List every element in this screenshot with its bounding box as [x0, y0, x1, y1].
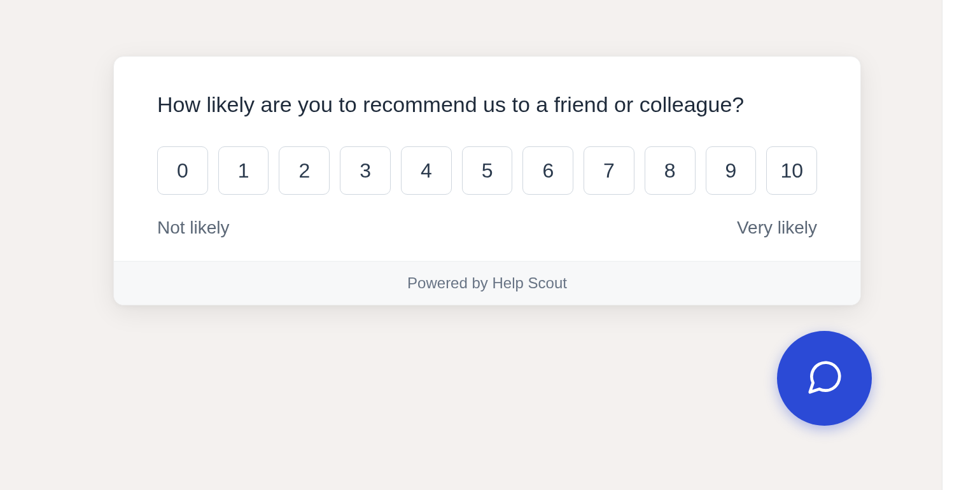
chat-bubble-icon — [805, 358, 844, 400]
survey-question: How likely are you to recommend us to a … — [157, 92, 817, 117]
chat-launcher-button[interactable] — [777, 331, 872, 426]
rating-2-button[interactable]: 2 — [279, 146, 330, 195]
rating-5-button[interactable]: 5 — [462, 146, 513, 195]
rating-10-button[interactable]: 10 — [766, 146, 817, 195]
powered-by-text: Powered by Help Scout — [407, 274, 567, 291]
survey-footer: Powered by Help Scout — [114, 261, 860, 305]
low-label: Not likely — [157, 218, 230, 238]
rating-row: 0 1 2 3 4 5 6 7 8 9 10 — [157, 146, 817, 195]
rating-3-button[interactable]: 3 — [340, 146, 391, 195]
rating-9-button[interactable]: 9 — [706, 146, 757, 195]
rating-1-button[interactable]: 1 — [218, 146, 269, 195]
rating-8-button[interactable]: 8 — [645, 146, 696, 195]
rating-4-button[interactable]: 4 — [401, 146, 452, 195]
right-panel-edge — [942, 0, 980, 490]
high-label: Very likely — [737, 218, 817, 238]
rating-0-button[interactable]: 0 — [157, 146, 208, 195]
rating-6-button[interactable]: 6 — [522, 146, 573, 195]
survey-body: How likely are you to recommend us to a … — [114, 57, 860, 261]
rating-labels-row: Not likely Very likely — [157, 218, 817, 238]
rating-7-button[interactable]: 7 — [584, 146, 634, 195]
nps-survey-card: How likely are you to recommend us to a … — [113, 56, 861, 305]
